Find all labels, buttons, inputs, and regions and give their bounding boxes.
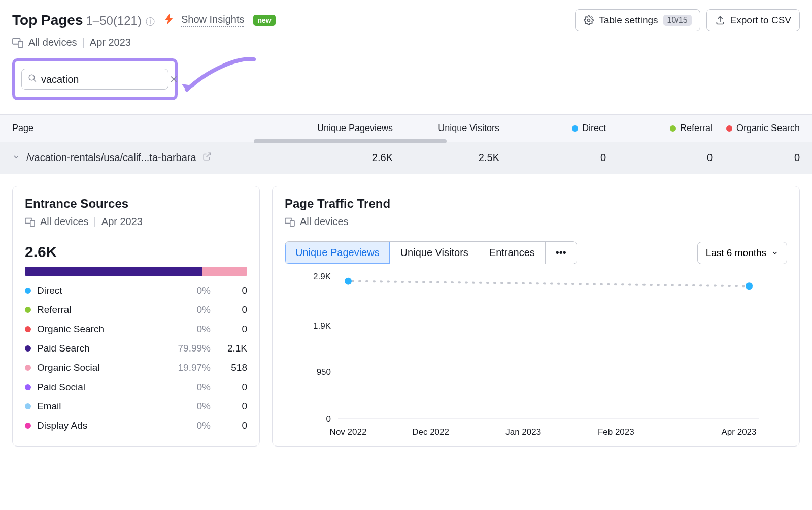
page-title: Top Pages 1–50(121) ⓘ [12, 12, 155, 28]
entrance-item: Email 0% 0 [25, 401, 247, 412]
source-percent: 0% [165, 401, 211, 412]
new-badge: new [253, 15, 275, 26]
date-range-label: Last 6 months [706, 247, 766, 259]
gear-icon [584, 15, 594, 25]
svg-point-3 [29, 75, 35, 80]
entrance-total: 2.6K [25, 243, 247, 261]
source-dot-icon [25, 345, 31, 352]
divider: | [82, 37, 85, 48]
bolt-icon [165, 14, 173, 27]
tab-entrances[interactable]: Entrances [479, 242, 546, 264]
svg-text:Apr 2023: Apr 2023 [722, 427, 757, 437]
devices-icon [25, 217, 35, 227]
chevron-down-icon[interactable] [12, 152, 20, 164]
source-dot-icon [25, 288, 31, 294]
search-input[interactable] [41, 74, 170, 85]
source-value: 0 [217, 324, 247, 335]
svg-text:Nov 2022: Nov 2022 [330, 427, 367, 437]
export-label: Export to CSV [730, 15, 791, 26]
trend-chart: 09501.9K2.9KNov 2022Dec 2022Jan 2023Feb … [285, 271, 787, 439]
cell-unique-visitors: 2.5K [393, 152, 499, 164]
svg-text:1.9K: 1.9K [313, 321, 331, 331]
svg-point-0 [588, 19, 590, 22]
source-label: Paid Search [37, 343, 159, 354]
svg-point-20 [746, 282, 753, 290]
all-devices-label[interactable]: All devices [28, 37, 77, 48]
entrance-item: Paid Search 79.99% 2.1K [25, 343, 247, 354]
show-insights-link[interactable]: Show Insights [181, 14, 245, 27]
entrance-devices[interactable]: All devices [40, 216, 89, 228]
cell-organic: 0 [713, 152, 800, 164]
source-percent: 0% [165, 420, 211, 431]
source-value: 0 [217, 285, 247, 296]
source-dot-icon [25, 307, 31, 313]
tab-unique-visitors[interactable]: Unique Visitors [390, 242, 479, 264]
segment-paid-search [25, 267, 202, 276]
svg-rect-7 [290, 220, 294, 226]
source-label: Organic Search [37, 324, 159, 335]
col-referral[interactable]: Referral [606, 123, 713, 134]
date-range-button[interactable]: Last 6 months [697, 242, 787, 264]
source-value: 2.1K [217, 343, 247, 354]
trend-title: Page Traffic Trend [285, 197, 787, 211]
cell-unique-pageviews: 2.6K [286, 152, 393, 164]
clear-icon[interactable]: ✕ [170, 73, 178, 85]
table-row[interactable]: /vacation-rentals/usa/calif...ta-barbara… [0, 142, 812, 174]
metric-tabs: Unique Pageviews Unique Visitors Entranc… [285, 241, 577, 264]
devices-icon [12, 38, 23, 48]
source-dot-icon [25, 403, 31, 409]
source-dot-icon [25, 365, 31, 371]
source-percent: 0% [165, 324, 211, 335]
title-count: 1–50(121) [86, 14, 142, 28]
entrance-item: Paid Social 0% 0 [25, 381, 247, 393]
tab-unique-pageviews[interactable]: Unique Pageviews [285, 242, 390, 264]
info-icon[interactable]: ⓘ [146, 16, 155, 28]
table-settings-count: 10/15 [663, 15, 692, 26]
svg-text:0: 0 [326, 414, 331, 424]
source-dot-icon [25, 326, 31, 332]
svg-line-18 [352, 281, 745, 286]
title-text: Top Pages [12, 12, 83, 28]
table-header: Page Unique Pageviews Unique Visitors Di… [0, 115, 812, 142]
col-organic-search[interactable]: Organic Search [713, 123, 800, 134]
source-percent: 0% [165, 285, 211, 296]
svg-text:Dec 2022: Dec 2022 [412, 427, 449, 437]
col-unique-pageviews[interactable]: Unique Pageviews [286, 123, 393, 134]
entrance-item: Display Ads 0% 0 [25, 420, 247, 431]
svg-text:Jan 2023: Jan 2023 [505, 427, 541, 437]
date-label[interactable]: Apr 2023 [90, 37, 131, 48]
col-page[interactable]: Page [12, 123, 286, 134]
arrow-annotation [178, 54, 264, 110]
export-csv-button[interactable]: Export to CSV [706, 9, 800, 31]
source-label: Direct [37, 285, 159, 296]
source-dot-icon [25, 384, 31, 390]
tab-more[interactable]: ••• [546, 242, 577, 264]
search-box[interactable]: ✕ [21, 69, 168, 90]
source-value: 518 [217, 362, 247, 373]
entrance-date[interactable]: Apr 2023 [101, 216, 143, 228]
col-unique-visitors[interactable]: Unique Visitors [393, 123, 499, 134]
source-percent: 0% [165, 381, 211, 393]
entrance-item: Organic Social 19.97% 518 [25, 362, 247, 373]
export-icon [715, 15, 725, 25]
col-direct[interactable]: Direct [499, 123, 606, 134]
horizontal-scrollbar[interactable] [254, 139, 447, 143]
svg-text:950: 950 [317, 367, 331, 377]
source-percent: 19.97% [165, 362, 211, 373]
source-value: 0 [217, 420, 247, 431]
source-label: Paid Social [37, 381, 159, 393]
entrance-item: Direct 0% 0 [25, 285, 247, 296]
source-label: Referral [37, 304, 159, 315]
entrance-title: Entrance Sources [25, 197, 247, 211]
source-value: 0 [217, 381, 247, 393]
entrance-sources-card: Entrance Sources All devices | Apr 2023 … [12, 186, 260, 447]
external-link-icon[interactable] [202, 152, 212, 164]
trend-devices[interactable]: All devices [300, 216, 349, 228]
page-traffic-trend-card: Page Traffic Trend All devices Unique Pa… [272, 186, 800, 447]
svg-text:Feb 2023: Feb 2023 [598, 427, 634, 437]
page-path: /vacation-rentals/usa/calif...ta-barbara [26, 152, 196, 164]
table-settings-button[interactable]: Table settings 10/15 [575, 9, 700, 31]
entrance-stackbar [25, 267, 247, 276]
cell-direct: 0 [499, 152, 606, 164]
source-value: 0 [217, 304, 247, 315]
